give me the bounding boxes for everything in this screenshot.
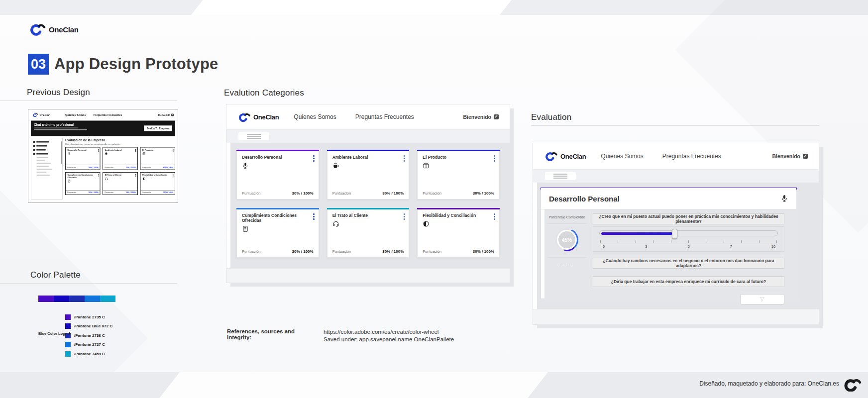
color-swatch <box>65 342 71 347</box>
kebab-menu-icon <box>135 149 136 152</box>
card-title: Desarrollo Personal <box>242 155 314 160</box>
kebab-menu-icon[interactable] <box>313 155 315 162</box>
categories-heading: Evalution Categories <box>224 88 304 98</box>
kebab-menu-icon <box>98 174 99 177</box>
welcome-status: Bienvenido ✓ <box>772 153 808 159</box>
submit-button[interactable] <box>740 294 784 304</box>
score-value: 30% / 100% <box>473 191 494 196</box>
palette-row: /Pantone 2736 C <box>65 332 112 338</box>
score-value: 30% / 100% <box>292 191 314 196</box>
score-value: 30% / 100% <box>163 192 173 194</box>
palette-segment <box>85 296 100 302</box>
slider-tick-labels: 0 3 5 7 10 <box>600 244 777 250</box>
category-card-flexibilidad[interactable]: Flexibilidad y Conciliación Puntuación30… <box>417 208 500 258</box>
thumb-nav-preguntas-frecuentes: Preguntas Frecuentes <box>94 113 122 116</box>
palette-row: /Pantone 2735 C <box>65 314 112 320</box>
category-card-cumplimiento-condiciones[interactable]: Cumplimiento Condiciones Ofrecidas Puntu… <box>236 208 319 258</box>
card-title: El Producto <box>423 155 494 160</box>
kebab-menu-icon[interactable] <box>404 155 405 162</box>
category-card-el-producto[interactable]: El Producto Puntuación30% / 100% <box>417 150 500 199</box>
score-label: Puntuación <box>332 249 351 254</box>
category-card-desarrollo-personal[interactable]: Desarrollo Personal Puntuación30% / 100% <box>236 150 319 199</box>
microphone-icon <box>68 152 71 156</box>
thumb-evaluate-button: Evalúa Tu Empresa <box>144 125 172 131</box>
card-title: Cumplimiento Condiciones Ofrecidas <box>242 213 314 223</box>
kebab-menu-icon[interactable] <box>494 213 496 220</box>
card-title: Flexibilidad y Conciliación <box>142 174 173 177</box>
kebab-menu-icon <box>173 174 173 177</box>
thumb-sidebar <box>31 138 63 199</box>
half-circle-icon <box>423 220 430 227</box>
card-accent-strip <box>327 150 410 151</box>
menu-button[interactable] <box>238 132 269 140</box>
reference-url: https://color.adobe.com/es/create/color-… <box>324 328 454 336</box>
questions-column: ¿Creo que en mi puesto actual puedo pone… <box>587 209 796 304</box>
divider <box>547 223 587 224</box>
pantone-name: /Pantone 2736 C <box>74 333 105 338</box>
kebab-menu-icon[interactable] <box>404 213 405 220</box>
references-lines: https://color.adobe.com/es/create/color-… <box>324 328 454 343</box>
annotation-text: Blue Color Logo <box>38 331 67 336</box>
welcome-label: Bienvenido <box>158 114 170 116</box>
browser-footer-bar <box>226 268 510 283</box>
slider-thumb[interactable] <box>672 229 677 239</box>
previous-design-heading: Previous Design <box>27 88 90 98</box>
tick-label: 3 <box>645 244 647 249</box>
palette-gradient-bar <box>38 296 115 302</box>
score-value: 35% / 100% <box>126 166 136 169</box>
nav-quienes-somos[interactable]: Quienes Somos <box>601 153 643 160</box>
brand-name: OneClan <box>560 153 586 160</box>
nav-preguntas-frecuentes[interactable]: Preguntas Frecuentes <box>355 113 414 120</box>
kebab-menu-icon[interactable] <box>494 155 496 162</box>
tick-label: 5 <box>687 244 689 249</box>
menu-button[interactable] <box>545 172 576 180</box>
evaluation-heading: Evaluation <box>531 112 571 122</box>
oneclan-logo-icon <box>32 113 38 117</box>
score-label: Puntuación <box>242 249 261 254</box>
card-accent-strip <box>417 208 500 209</box>
category-card-ambiente-laboral[interactable]: Ambiente Laboral Puntuación30% / 100% <box>327 150 410 199</box>
card-title: Desarrollo Personal <box>68 149 99 151</box>
checkbox-icon: ✓ <box>171 114 174 116</box>
palette-segment <box>54 296 69 302</box>
score-value: 30% / 100% <box>292 249 314 254</box>
thumb-site-header: OneClan Quienes Somos Preguntas Frecuent… <box>28 109 178 121</box>
footer-credit: Diseñado, maquetado y elaborado para: On… <box>699 380 839 387</box>
browser-tab-bar <box>533 170 819 183</box>
nav-quienes-somos[interactable]: Quienes Somos <box>294 113 336 120</box>
nav-preguntas-frecuentes[interactable]: Preguntas Frecuentes <box>662 153 721 160</box>
thumb-category-card: Flexibilidad y Conciliación Puntuación30… <box>140 172 175 195</box>
site-header: OneClan Quienes Somos Preguntas Frecuent… <box>226 104 510 130</box>
thumb-hero-textline <box>34 128 78 129</box>
category-card-trato-al-cliente[interactable]: El Trato al Cliente Puntuación30% / 100% <box>327 208 410 258</box>
divider <box>531 125 819 126</box>
design-prototype-page: OneClan 03 App Design Prototype Previous… <box>0 0 868 398</box>
slider-fill <box>601 232 672 235</box>
reference-save-path: Saved under: app.savepanel.name OneClanP… <box>324 336 454 343</box>
score-label: Puntuación <box>423 191 441 196</box>
score-label: Puntuación <box>332 191 351 196</box>
slider-track[interactable] <box>599 230 778 236</box>
progress-ring: 45% <box>555 228 578 251</box>
checkbox-icon[interactable]: ✓ <box>494 114 499 119</box>
kebab-menu-icon[interactable] <box>313 213 315 220</box>
checkbox-icon[interactable]: ✓ <box>803 154 808 159</box>
arrow-icon <box>68 332 72 335</box>
oneclan-logo-icon <box>237 112 251 122</box>
score-label: Puntuación <box>142 167 151 169</box>
coffee-icon <box>332 162 339 169</box>
kebab-menu-icon <box>98 149 99 152</box>
pantone-name: /Pantone 2727 C <box>74 342 105 347</box>
score-value: 30% / 100% <box>473 249 494 254</box>
score-label: Puntuación <box>105 192 113 194</box>
palette-row: /Pantone 2727 C <box>65 342 112 348</box>
score-value: 30% / 100% <box>126 192 136 194</box>
color-swatch <box>65 314 71 320</box>
kebab-menu-icon <box>135 174 136 177</box>
oneclan-footer-logo-icon <box>842 378 862 392</box>
thumb-category-card: El Trato al Cliente Puntuación30% / 100% <box>103 172 138 195</box>
clipboard-icon <box>242 225 249 232</box>
thumb-scrollbar <box>61 141 62 164</box>
microphone-icon[interactable] <box>780 195 788 202</box>
thumb-welcome: Bienvenido ✓ <box>158 114 174 116</box>
